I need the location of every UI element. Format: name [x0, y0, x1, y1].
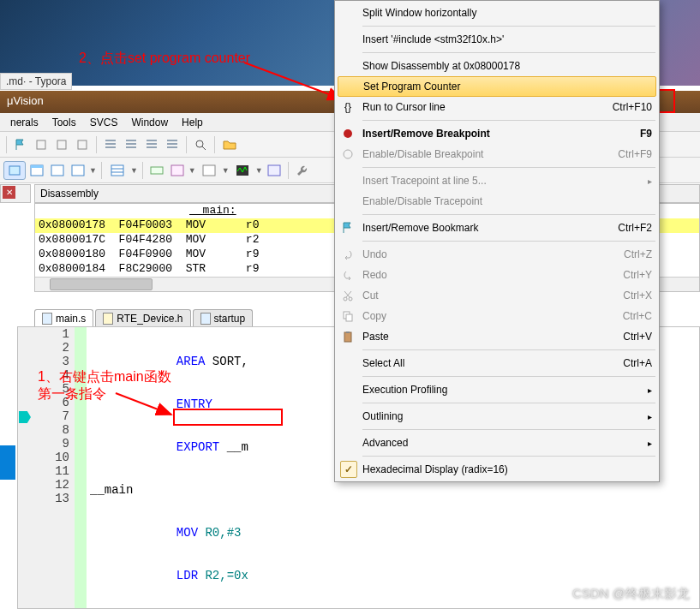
debug-window2-icon[interactable]	[48, 161, 67, 180]
bookmark-icon	[340, 220, 356, 236]
menu-insert-include[interactable]: Insert '#include <stm32f10x.h>'	[337, 29, 657, 50]
menu-show-disassembly[interactable]: Show Disassembly at 0x08000178	[337, 56, 657, 76]
menu-split-window[interactable]: Split Window horizontally	[337, 3, 657, 23]
bookmark-clear-icon[interactable]	[73, 135, 92, 154]
uncomment-icon[interactable]	[163, 135, 182, 154]
menu-undo: UndoCtrl+Z	[337, 244, 657, 265]
context-menu: Split Window horizontally Insert '#inclu…	[334, 0, 660, 482]
debug-step-icon[interactable]	[3, 161, 26, 180]
tab-startup[interactable]: startup	[193, 309, 254, 327]
watermark: CSDN @终极末影龙	[572, 586, 690, 602]
memory-icon[interactable]	[168, 161, 187, 180]
menu-redo: RedoCtrl+Y	[337, 265, 657, 285]
svg-rect-4	[9, 166, 20, 175]
menu-insert-breakpoint[interactable]: Insert/Remove BreakpointF9	[337, 123, 657, 144]
svg-rect-6	[31, 165, 43, 168]
debug-window1-icon[interactable]	[27, 161, 46, 180]
menu-run-to-cursor[interactable]: ⁠{}Run to Cursor lineCtrl+F10	[337, 97, 657, 117]
menu-outlining[interactable]: Outlining▸	[337, 406, 657, 427]
undo-icon	[340, 247, 356, 262]
debug-window3-icon[interactable]	[69, 161, 87, 180]
menu-set-program-counter[interactable]: Set Program Counter	[338, 76, 656, 97]
cut-icon	[340, 288, 356, 303]
tab-rte-device[interactable]: RTE_Device.h	[95, 309, 190, 327]
file-header-icon	[103, 313, 113, 325]
menu-insert-bookmark[interactable]: Insert/Remove BookmarkCtrl+F2	[337, 218, 657, 238]
svg-rect-11	[171, 165, 183, 176]
svg-point-17	[344, 297, 347, 301]
svg-rect-7	[51, 165, 63, 176]
svg-rect-21	[344, 332, 351, 342]
svg-rect-22	[346, 331, 350, 333]
indent-icon[interactable]	[101, 135, 120, 154]
menu-enable-tracepoint: Enable/Disable Tracepoint	[337, 191, 657, 212]
breakpoint-icon	[340, 126, 356, 141]
svg-rect-0	[37, 140, 45, 149]
svg-rect-8	[72, 165, 84, 176]
file-asm-icon	[42, 313, 52, 325]
bookmark-next-icon[interactable]	[52, 135, 71, 154]
menu-select-all[interactable]: Select AllCtrl+A	[337, 353, 657, 373]
check-icon: ✓	[340, 461, 357, 478]
menu-hexadecimal-display[interactable]: ✓Hexadecimal Display (radix=16)	[337, 459, 657, 480]
menu-enable-breakpoint: Enable/Disable BreakpointCtrl+F9	[337, 144, 657, 164]
external-editor-tab: .md· - Typora	[0, 73, 72, 90]
run-cursor-icon: ⁠{}	[340, 99, 356, 115]
outdent-icon[interactable]	[122, 135, 141, 154]
file-asm-icon	[200, 313, 211, 325]
svg-point-15	[344, 129, 352, 138]
svg-rect-12	[203, 165, 215, 176]
menu-window[interactable]: Window	[124, 115, 175, 130]
menu-help[interactable]: Help	[175, 115, 210, 130]
flag-icon[interactable]	[11, 135, 30, 154]
menu-advanced[interactable]: Advanced▸	[337, 433, 657, 453]
editor-tabs: main.s RTE_Device.h startup	[34, 307, 254, 327]
breakpoint-gutter[interactable]	[18, 327, 33, 608]
svg-point-18	[349, 297, 352, 301]
menu-cut: CutCtrl+X	[337, 285, 657, 306]
menu-peripherals[interactable]: nerals	[3, 115, 45, 130]
menu-insert-tracepoint: Insert Tracepoint at line 5...▸	[337, 170, 657, 191]
analyzer-icon[interactable]	[231, 161, 254, 180]
svg-rect-14	[268, 165, 280, 176]
annotation-1: 1、右键点击main函数第一条指令	[38, 368, 171, 403]
svg-rect-20	[346, 314, 352, 321]
serial-icon[interactable]	[198, 161, 220, 180]
menu-svcs[interactable]: SVCS	[83, 115, 125, 130]
copy-icon	[340, 308, 356, 324]
redo-icon	[340, 267, 356, 283]
trace-icon[interactable]	[265, 161, 284, 180]
menu-execution-profiling[interactable]: Execution Profiling▸	[337, 379, 657, 400]
breakpoint-disabled-icon	[340, 146, 356, 162]
svg-rect-1	[57, 140, 66, 149]
close-panel-icon[interactable]: ✕	[3, 186, 15, 199]
watch-icon[interactable]	[147, 161, 166, 180]
folder-icon[interactable]	[219, 135, 240, 154]
paste-icon	[340, 329, 356, 344]
tab-main-s[interactable]: main.s	[34, 309, 93, 327]
comment-icon[interactable]	[142, 135, 161, 154]
tools-icon[interactable]	[293, 161, 312, 180]
annotation-2: 2、点击set program counter	[79, 50, 250, 68]
bookmark-prev-icon[interactable]	[32, 135, 51, 154]
svg-rect-2	[78, 140, 87, 149]
svg-rect-10	[151, 167, 163, 174]
menu-copy: CopyCtrl+C	[337, 306, 657, 326]
menu-paste[interactable]: PasteCtrl+V	[337, 326, 657, 347]
find-icon[interactable]	[191, 135, 210, 154]
svg-point-16	[344, 150, 352, 158]
register-icon[interactable]	[106, 161, 129, 180]
svg-point-3	[196, 140, 203, 147]
selection-marker	[0, 445, 15, 480]
menu-tools[interactable]: Tools	[45, 115, 83, 130]
svg-rect-9	[111, 165, 123, 176]
